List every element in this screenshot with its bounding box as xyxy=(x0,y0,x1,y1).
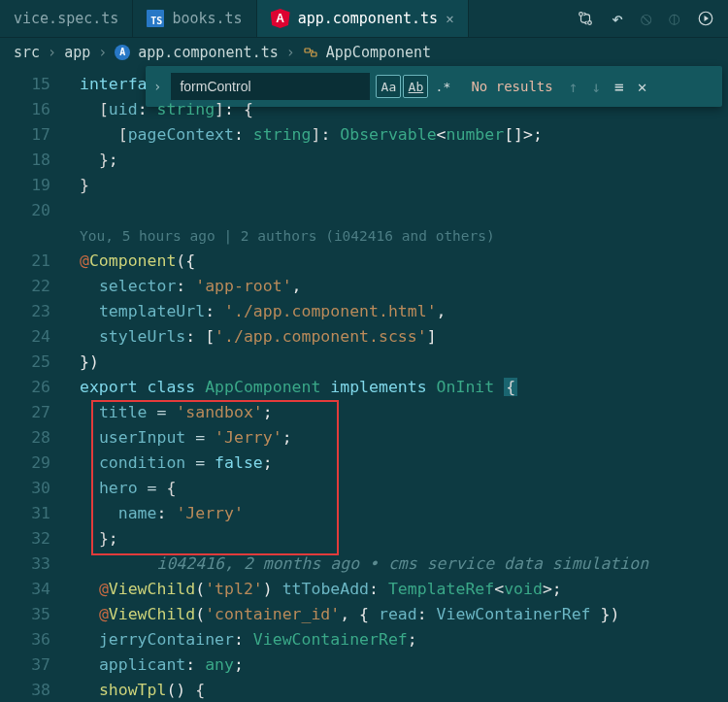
line-number: 22 xyxy=(0,274,72,299)
breadcrumb-item[interactable]: app xyxy=(64,44,90,61)
tab-books[interactable]: TS books.ts xyxy=(133,0,256,37)
line-number: 20 xyxy=(0,198,72,223)
editor-toolbar: ↶ ⦸ ⦶ xyxy=(563,0,728,37)
line-number: 23 xyxy=(0,299,72,324)
line-number: 34 xyxy=(0,577,72,602)
line-number: 24 xyxy=(0,324,72,350)
line-number: 18 xyxy=(0,148,72,173)
chevron-right-icon: › xyxy=(286,44,295,61)
line-number: 31 xyxy=(0,501,72,526)
line-number: 19 xyxy=(0,173,72,198)
history-fwd-icon[interactable]: ⦶ xyxy=(669,8,679,29)
code-content[interactable]: interfa [uid: string]: { [pageContext: s… xyxy=(80,66,728,702)
tab-vice-spec[interactable]: vice.spec.ts xyxy=(0,0,133,37)
line-number-gutter: 15 16 17 18 19 20 21 22 23 24 25 26 27 2… xyxy=(0,66,72,702)
line-number: 33 xyxy=(0,552,72,577)
class-icon xyxy=(303,45,318,60)
svg-point-1 xyxy=(588,21,592,25)
line-number: 35 xyxy=(0,602,72,627)
breadcrumb-item[interactable]: AppComponent xyxy=(326,44,431,61)
undo-icon[interactable]: ↶ xyxy=(612,7,623,30)
tab-label: app.component.ts xyxy=(298,10,439,27)
git-compare-icon[interactable] xyxy=(577,10,594,27)
line-number: 37 xyxy=(0,652,72,678)
tab-strip: vice.spec.ts TS books.ts app.component.t… xyxy=(0,0,728,37)
run-icon[interactable] xyxy=(697,10,714,27)
chevron-right-icon: › xyxy=(98,44,107,61)
svg-point-0 xyxy=(579,13,583,17)
angular-icon xyxy=(271,9,290,28)
line-number: 15 xyxy=(0,72,72,97)
svg-rect-4 xyxy=(311,52,315,56)
line-number: 26 xyxy=(0,375,72,400)
inline-blame-annotation: i042416, 2 months ago • cms service data… xyxy=(156,554,648,573)
breadcrumb-item[interactable]: app.component.ts xyxy=(138,44,279,61)
line-number: 30 xyxy=(0,476,72,501)
line-number: 29 xyxy=(0,451,72,476)
tab-app-component[interactable]: app.component.ts ✕ xyxy=(257,0,469,37)
line-number: 16 xyxy=(0,97,72,122)
code-editor[interactable]: 15 16 17 18 19 20 21 22 23 24 25 26 27 2… xyxy=(0,66,728,702)
git-blame-annotation: You, 5 hours ago | 2 authors (i042416 an… xyxy=(80,228,495,244)
ts-icon: TS xyxy=(147,10,164,27)
tab-label: vice.spec.ts xyxy=(14,10,118,27)
line-number: 38 xyxy=(0,678,72,702)
tab-label: books.ts xyxy=(172,10,242,27)
chevron-right-icon: › xyxy=(48,44,56,61)
line-number: 21 xyxy=(0,249,72,274)
line-number: 27 xyxy=(0,400,72,425)
breadcrumb: src › app › A app.component.ts › AppComp… xyxy=(0,37,728,66)
line-number: 32 xyxy=(0,526,72,552)
line-number: 17 xyxy=(0,122,72,148)
line-number: 25 xyxy=(0,350,72,375)
angular-file-icon: A xyxy=(115,45,130,60)
line-number: 36 xyxy=(0,627,72,652)
svg-rect-3 xyxy=(305,49,310,52)
history-back-icon[interactable]: ⦸ xyxy=(641,8,651,29)
close-icon[interactable]: ✕ xyxy=(446,11,453,26)
line-number: 28 xyxy=(0,425,72,451)
breadcrumb-item[interactable]: src xyxy=(14,44,40,61)
